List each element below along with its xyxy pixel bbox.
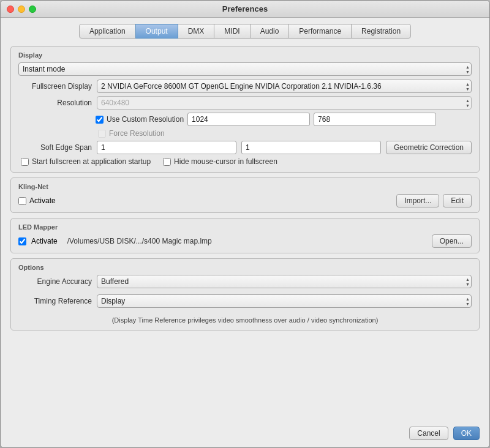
options-section-label: Options xyxy=(18,264,472,271)
options-note: (Display Time Reference privileges video… xyxy=(18,316,472,324)
led-mapper-row: Activate /Volumes/USB DISK/.../s400 Magi… xyxy=(18,234,472,248)
tab-dmx[interactable]: DMX xyxy=(178,24,215,39)
led-activate-checkbox[interactable] xyxy=(18,237,26,245)
kling-activate-label: Activate xyxy=(29,196,56,205)
maximize-button[interactable] xyxy=(29,6,36,13)
minimize-button[interactable] xyxy=(18,6,25,13)
tab-audio[interactable]: Audio xyxy=(250,24,290,39)
kling-net-row: Activate Import... Edit xyxy=(18,194,472,207)
custom-res-spacer xyxy=(18,115,92,124)
options-section: Options Engine Accuracy Buffered ▲ ▼ xyxy=(10,258,480,330)
timing-reference-label: Timing Reference xyxy=(18,297,92,305)
led-activate-label: Activate xyxy=(31,237,58,245)
bottom-checkboxes: Start fullscreen at application startup … xyxy=(18,157,472,166)
led-left: Activate /Volumes/USB DISK/.../s400 Magi… xyxy=(18,237,212,245)
start-fullscreen-checkbox[interactable] xyxy=(21,158,29,166)
custom-res-checkbox[interactable] xyxy=(96,116,104,124)
hide-cursor-label: Hide mouse-cursor in fullscreen xyxy=(174,157,277,166)
led-file-path: /Volumes/USB DISK/.../s400 Magic map.lmp xyxy=(67,237,212,245)
kling-right: Import... Edit xyxy=(396,194,472,207)
window-title: Preferences xyxy=(222,4,268,13)
fullscreen-label: Fullscreen Display xyxy=(18,82,92,91)
kling-left: Activate xyxy=(18,196,56,205)
resolution-label: Resolution xyxy=(18,99,92,107)
display-section: Display Instant mode ▲ ▼ Fullscreen Disp… xyxy=(10,46,480,173)
main-content: Application Output DMX MIDI Audio Perfor… xyxy=(1,18,489,422)
engine-accuracy-select[interactable]: Buffered xyxy=(97,275,472,288)
instant-mode-select[interactable]: Instant mode xyxy=(18,62,472,76)
preferences-window: Preferences Application Output DMX MIDI … xyxy=(0,0,490,448)
engine-accuracy-label: Engine Accuracy xyxy=(18,277,92,286)
fullscreen-wrapper: 2 NVIDIA GeForce 8600M GT OpenGL Engine … xyxy=(97,80,472,93)
led-mapper-label: LED Mapper xyxy=(18,223,472,231)
hide-cursor-row: Hide mouse-cursor in fullscreen xyxy=(163,157,277,166)
custom-res-width-input[interactable] xyxy=(187,113,310,126)
bottom-bar: Cancel OK xyxy=(1,422,489,447)
traffic-lights xyxy=(7,6,36,13)
title-bar: Preferences xyxy=(1,1,489,18)
kling-net-label: Kling-Net xyxy=(18,183,472,190)
geometric-correction-button[interactable]: Geometric Correction xyxy=(386,141,472,154)
options-rows: Engine Accuracy Buffered ▲ ▼ Timing Refe… xyxy=(18,275,472,324)
cancel-button[interactable]: Cancel xyxy=(409,427,448,440)
resolution-wrapper: 640x480 ▲ ▼ xyxy=(97,96,472,110)
resolution-row: Resolution 640x480 ▲ ▼ xyxy=(18,96,472,110)
led-mapper-section: LED Mapper Activate /Volumes/USB DISK/..… xyxy=(10,218,480,253)
force-resolution-row: Force Resolution xyxy=(18,129,472,138)
tab-registration[interactable]: Registration xyxy=(351,24,411,39)
close-button[interactable] xyxy=(7,6,14,13)
force-res-checkbox[interactable] xyxy=(98,130,106,138)
engine-accuracy-wrapper: Buffered ▲ ▼ xyxy=(97,275,472,288)
instant-mode-wrapper: Instant mode ▲ ▼ xyxy=(18,62,472,76)
ok-button[interactable]: OK xyxy=(453,427,480,440)
tab-performance[interactable]: Performance xyxy=(288,24,352,39)
timing-reference-wrapper: Display ▲ ▼ xyxy=(97,294,472,308)
kling-edit-button[interactable]: Edit xyxy=(443,194,472,207)
tab-output[interactable]: Output xyxy=(135,24,178,39)
kling-activate-checkbox[interactable] xyxy=(18,197,26,205)
timing-reference-select[interactable]: Display xyxy=(97,294,472,308)
custom-res-height-input[interactable] xyxy=(314,113,436,126)
hide-cursor-checkbox[interactable] xyxy=(163,158,171,166)
led-open-button[interactable]: Open... xyxy=(432,234,472,248)
soft-edge-label: Soft Edge Span xyxy=(18,143,92,152)
tab-midi[interactable]: MIDI xyxy=(214,24,250,39)
soft-edge-row: Soft Edge Span Geometric Correction xyxy=(18,141,472,154)
instant-mode-row: Instant mode ▲ ▼ xyxy=(18,62,472,76)
soft-edge-input-2[interactable] xyxy=(241,141,381,154)
custom-res-checkbox-row: Use Custom Resolution xyxy=(96,115,184,124)
force-res-label: Force Resolution xyxy=(109,129,165,138)
resolution-select[interactable]: 640x480 xyxy=(97,96,472,110)
custom-res-label: Use Custom Resolution xyxy=(107,115,184,124)
timing-reference-row: Timing Reference Display ▲ ▼ xyxy=(18,294,472,308)
engine-accuracy-row: Engine Accuracy Buffered ▲ ▼ xyxy=(18,275,472,288)
start-fullscreen-label: Start fullscreen at application startup xyxy=(32,157,151,166)
fullscreen-select[interactable]: 2 NVIDIA GeForce 8600M GT OpenGL Engine … xyxy=(97,80,472,93)
fullscreen-row: Fullscreen Display 2 NVIDIA GeForce 8600… xyxy=(18,80,472,93)
kling-import-button[interactable]: Import... xyxy=(396,194,439,207)
tab-application[interactable]: Application xyxy=(79,24,136,39)
start-fullscreen-row: Start fullscreen at application startup xyxy=(21,157,151,166)
display-section-label: Display xyxy=(18,51,472,59)
kling-net-section: Kling-Net Activate Import... Edit xyxy=(10,177,480,213)
soft-edge-input-1[interactable] xyxy=(97,141,236,154)
tab-bar: Application Output DMX MIDI Audio Perfor… xyxy=(10,24,480,39)
custom-resolution-row: Use Custom Resolution xyxy=(18,113,472,126)
